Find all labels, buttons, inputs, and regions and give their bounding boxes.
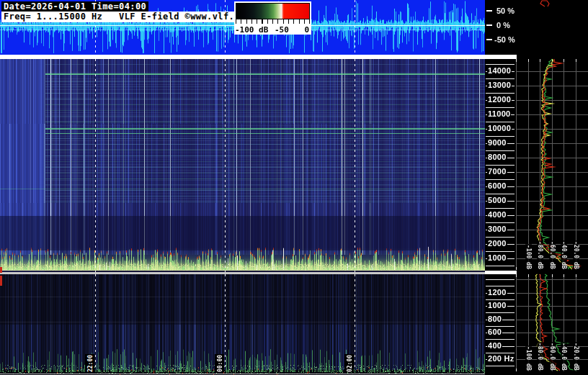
- time-mark-label: 22:00: [85, 354, 94, 372]
- freq-tick-label-hi: 6000: [487, 181, 507, 190]
- freq-tick-label-hi: 8000: [487, 153, 507, 161]
- db-axis-label-lo: -60.0 dB: [549, 342, 556, 371]
- db-axis-label-hi: -80.0 dB: [537, 240, 543, 270]
- freq-tick-label-hi: 4000: [487, 210, 507, 219]
- freq-tick-label-lo: 600: [487, 327, 502, 336]
- freq-tick-label-hi: 1000: [487, 253, 507, 262]
- time-mark-text: 00:00: [216, 354, 223, 371]
- colorbar-max-label: 0: [304, 25, 309, 35]
- freq-tick-label-hi: 5000: [487, 196, 507, 204]
- colorbar-min-label: -100 dB: [235, 25, 268, 35]
- date-time-label: Date=2026-04-01 Time=04:00: [1, 1, 148, 12]
- freq-tick-label-lo: 1000: [487, 301, 507, 310]
- freq-tick-label-hi: 9000: [487, 138, 507, 147]
- freq-tick-label-hi: 12000: [487, 95, 512, 104]
- colorbar-gradient: [236, 3, 310, 19]
- freq-tick-label-hi: 10000: [487, 124, 512, 132]
- db-axis-label-hi: -20.0 dB: [573, 240, 579, 270]
- freq-tick-label-lo: 1200: [487, 288, 507, 297]
- colorbar-mid-label: -50: [275, 25, 289, 35]
- freq-tick-label-lo: 200 Hz: [487, 354, 515, 363]
- db-axis-label-hi: -40.0 dB: [561, 240, 567, 270]
- time-mark-label: 00:00: [215, 354, 224, 372]
- amplitude-scale-label-plus50: 50 %: [496, 6, 514, 15]
- freq-tick-label-lo: 800: [487, 315, 502, 323]
- intensity-colorbar: -100 dB -50 0: [234, 1, 311, 35]
- freq-tick-label-hi: 11000: [487, 109, 511, 118]
- vlf-monitor-screen: Date=2026-04-01 Time=04:00 Freq= 1...150…: [0, 0, 588, 375]
- freq-tick-label-hi: 3000: [487, 225, 507, 233]
- freq-tick-label-hi: 2000: [487, 239, 507, 248]
- freq-range-watermark-label: Freq= 1...15000 Hz VLF E-field ©www.vlf.…: [1, 12, 247, 22]
- db-axis-label-lo: -40.0 dB: [561, 342, 567, 371]
- db-axis-label-lo: -100 dB: [525, 345, 532, 371]
- amplitude-scale-label-zero: 0 %: [496, 21, 510, 30]
- db-axis-label-hi: -100 dB: [525, 244, 532, 270]
- freq-tick-label-hi: 13000: [487, 81, 512, 89]
- freq-tick-label-hi: 7000: [487, 167, 507, 176]
- freq-tick-label-lo: 400: [487, 341, 502, 350]
- db-axis-label-hi: -60.0 dB: [549, 240, 556, 270]
- db-axis-label-lo: -20.0 dB: [573, 342, 579, 371]
- amplitude-scale-label-minus50: -50 %: [494, 35, 515, 44]
- time-mark-text: 02:00: [346, 354, 352, 371]
- colorbar-ticks: [236, 19, 310, 24]
- time-mark-label: 02:00: [344, 354, 354, 372]
- time-mark-text: 22:00: [86, 354, 93, 371]
- db-axis-label-lo: -80.0 dB: [537, 342, 543, 371]
- freq-tick-label-hi: 14000: [487, 66, 512, 75]
